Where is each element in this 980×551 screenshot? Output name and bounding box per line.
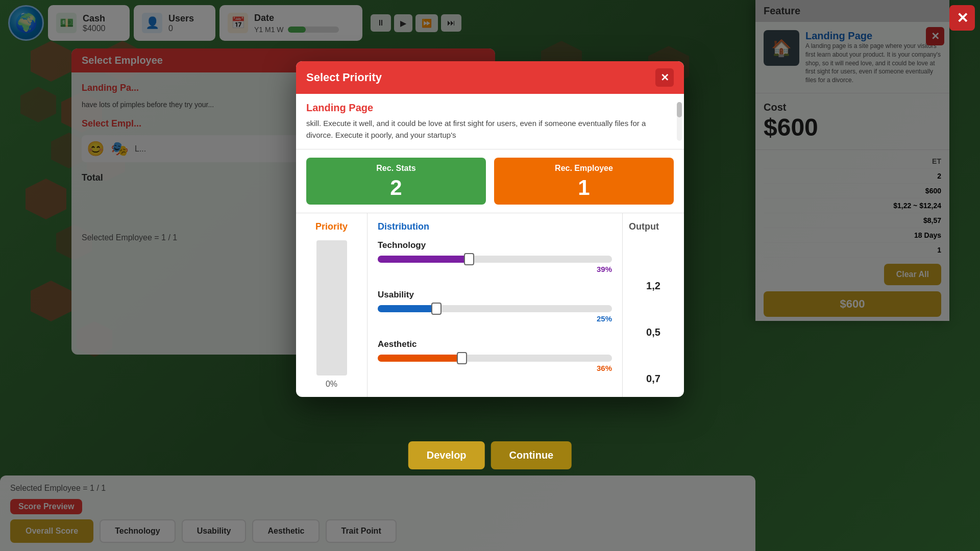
- distribution-column: Distribution Technology 39% Usability 25…: [368, 213, 623, 397]
- priority-column: Priority 0%: [296, 213, 368, 397]
- global-close-button[interactable]: ✕: [949, 5, 975, 31]
- scrollbar-track[interactable]: [677, 102, 682, 141]
- technology-label: Technology: [378, 240, 612, 251]
- aesthetic-label: Aesthetic: [378, 339, 612, 349]
- rec-employee-value: 1: [500, 177, 668, 198]
- rec-stats-value: 2: [312, 177, 480, 198]
- priority-bar-container[interactable]: [316, 240, 347, 375]
- technology-thumb[interactable]: [464, 253, 474, 265]
- technology-track[interactable]: [378, 256, 612, 263]
- output-usability: 0,5: [629, 322, 678, 342]
- continue-button[interactable]: Continue: [491, 441, 572, 469]
- aesthetic-thumb[interactable]: [457, 352, 467, 364]
- aesthetic-fill: [378, 355, 462, 362]
- dialog-feature-name: Landing Page: [306, 102, 674, 114]
- technology-percent: 39%: [378, 265, 612, 273]
- pdo-area: Priority 0% Distribution Technology 39% …: [296, 213, 684, 397]
- dialog-feature-desc: skill. Execute it well, and it could be …: [306, 118, 674, 141]
- feature-description-area: Landing Page skill. Execute it well, and…: [296, 94, 684, 149]
- rec-employee-box: Rec. Employee 1: [494, 158, 674, 205]
- develop-button[interactable]: Develop: [408, 441, 485, 469]
- output-aesthetic: 0,7: [629, 369, 678, 389]
- usability-label: Usability: [378, 290, 612, 300]
- usability-percent: 25%: [378, 314, 612, 323]
- dialog-header: Select Priority ✕: [296, 61, 684, 94]
- dialog-close-button[interactable]: ✕: [655, 68, 674, 87]
- output-technology: 1,2: [629, 276, 678, 296]
- distribution-header: Distribution: [378, 221, 612, 232]
- rec-stats-box: Rec. Stats 2: [306, 158, 486, 205]
- usability-slider-row: Usability 25%: [378, 290, 612, 323]
- usability-track[interactable]: [378, 305, 612, 312]
- priority-percent: 0%: [326, 380, 337, 389]
- aesthetic-track[interactable]: [378, 355, 612, 362]
- dialog-title: Select Priority: [306, 71, 382, 84]
- rec-stats-label: Rec. Stats: [312, 164, 480, 173]
- technology-slider-row: Technology 39%: [378, 240, 612, 273]
- priority-header: Priority: [315, 221, 348, 232]
- aesthetic-slider-row: Aesthetic 36%: [378, 339, 612, 372]
- aesthetic-percent: 36%: [378, 364, 612, 372]
- rec-employee-label: Rec. Employee: [500, 164, 668, 173]
- usability-thumb[interactable]: [431, 303, 442, 315]
- rec-stats-row: Rec. Stats 2 Rec. Employee 1: [296, 149, 684, 213]
- scrollbar-thumb[interactable]: [677, 102, 682, 117]
- technology-fill: [378, 256, 469, 263]
- output-column: Output 1,2 0,5 0,7: [623, 213, 684, 397]
- usability-fill: [378, 305, 436, 312]
- action-buttons-area: Develop Continue: [408, 441, 572, 469]
- select-priority-dialog: Select Priority ✕ Landing Page skill. Ex…: [296, 61, 684, 397]
- output-header: Output: [629, 221, 678, 232]
